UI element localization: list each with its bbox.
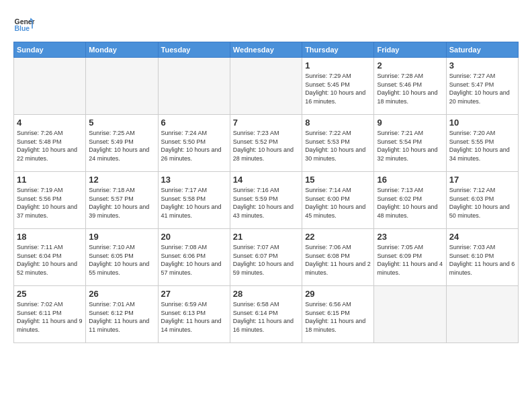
day-info: Sunrise: 7:20 AM Sunset: 5:55 PM Dayligh… — [449, 129, 515, 163]
day-number: 15 — [305, 175, 371, 185]
day-info: Sunrise: 7:06 AM Sunset: 6:08 PM Dayligh… — [305, 243, 371, 277]
calendar-header-row: SundayMondayTuesdayWednesdayThursdayFrid… — [14, 42, 519, 58]
day-info: Sunrise: 7:23 AM Sunset: 5:52 PM Dayligh… — [233, 129, 299, 163]
calendar-cell — [158, 58, 230, 115]
day-number: 6 — [161, 118, 227, 128]
day-info: Sunrise: 7:08 AM Sunset: 6:06 PM Dayligh… — [161, 243, 227, 277]
calendar-cell — [446, 286, 518, 343]
day-info: Sunrise: 7:11 AM Sunset: 6:04 PM Dayligh… — [17, 243, 83, 277]
day-number: 11 — [17, 175, 83, 185]
day-number: 23 — [377, 232, 443, 242]
calendar-cell: 7Sunrise: 7:23 AM Sunset: 5:52 PM Daylig… — [230, 115, 302, 172]
day-info: Sunrise: 7:17 AM Sunset: 5:58 PM Dayligh… — [161, 186, 227, 220]
day-number: 9 — [377, 118, 443, 128]
calendar-table: SundayMondayTuesdayWednesdayThursdayFrid… — [13, 42, 519, 343]
calendar-cell: 21Sunrise: 7:07 AM Sunset: 6:07 PM Dayli… — [230, 229, 302, 286]
day-of-week-header: Monday — [86, 42, 158, 58]
day-number: 14 — [233, 175, 299, 185]
calendar-cell: 25Sunrise: 7:02 AM Sunset: 6:11 PM Dayli… — [14, 286, 86, 343]
day-number: 21 — [233, 232, 299, 242]
calendar-cell: 18Sunrise: 7:11 AM Sunset: 6:04 PM Dayli… — [14, 229, 86, 286]
calendar-week-row: 4Sunrise: 7:26 AM Sunset: 5:48 PM Daylig… — [14, 115, 519, 172]
calendar-cell: 19Sunrise: 7:10 AM Sunset: 6:05 PM Dayli… — [86, 229, 158, 286]
calendar-week-row: 25Sunrise: 7:02 AM Sunset: 6:11 PM Dayli… — [14, 286, 519, 343]
day-info: Sunrise: 7:29 AM Sunset: 5:45 PM Dayligh… — [305, 72, 371, 105]
day-info: Sunrise: 7:22 AM Sunset: 5:53 PM Dayligh… — [305, 129, 371, 163]
calendar-cell: 15Sunrise: 7:14 AM Sunset: 6:00 PM Dayli… — [302, 172, 374, 229]
day-info: Sunrise: 6:58 AM Sunset: 6:14 PM Dayligh… — [233, 300, 299, 334]
day-info: Sunrise: 7:27 AM Sunset: 5:47 PM Dayligh… — [449, 72, 515, 105]
day-info: Sunrise: 7:12 AM Sunset: 6:03 PM Dayligh… — [449, 186, 515, 220]
day-info: Sunrise: 7:10 AM Sunset: 6:05 PM Dayligh… — [89, 243, 154, 277]
calendar-cell: 17Sunrise: 7:12 AM Sunset: 6:03 PM Dayli… — [446, 172, 518, 229]
day-number: 12 — [89, 175, 154, 185]
day-number: 25 — [17, 289, 83, 299]
day-number: 10 — [449, 118, 515, 128]
calendar-cell: 28Sunrise: 6:58 AM Sunset: 6:14 PM Dayli… — [230, 286, 302, 343]
calendar-cell: 26Sunrise: 7:01 AM Sunset: 6:12 PM Dayli… — [86, 286, 158, 343]
day-number: 4 — [17, 118, 83, 128]
day-info: Sunrise: 7:05 AM Sunset: 6:09 PM Dayligh… — [377, 243, 443, 277]
calendar-cell: 23Sunrise: 7:05 AM Sunset: 6:09 PM Dayli… — [374, 229, 446, 286]
day-number: 22 — [305, 232, 371, 242]
day-info: Sunrise: 7:18 AM Sunset: 5:57 PM Dayligh… — [89, 186, 154, 220]
day-number: 17 — [449, 175, 515, 185]
day-number: 27 — [161, 289, 227, 299]
day-of-week-header: Sunday — [14, 42, 86, 58]
calendar-cell: 16Sunrise: 7:13 AM Sunset: 6:02 PM Dayli… — [374, 172, 446, 229]
day-number: 19 — [89, 232, 154, 242]
calendar-week-row: 18Sunrise: 7:11 AM Sunset: 6:04 PM Dayli… — [14, 229, 519, 286]
calendar-cell — [86, 58, 158, 115]
calendar-cell — [14, 58, 86, 115]
day-number: 5 — [89, 118, 154, 128]
calendar-cell: 12Sunrise: 7:18 AM Sunset: 5:57 PM Dayli… — [86, 172, 158, 229]
day-of-week-header: Saturday — [446, 42, 518, 58]
day-info: Sunrise: 6:56 AM Sunset: 6:15 PM Dayligh… — [305, 300, 371, 334]
calendar-cell: 14Sunrise: 7:16 AM Sunset: 5:59 PM Dayli… — [230, 172, 302, 229]
logo: General Blue — [13, 13, 35, 35]
calendar-cell: 1Sunrise: 7:29 AM Sunset: 5:45 PM Daylig… — [302, 58, 374, 115]
calendar-cell: 8Sunrise: 7:22 AM Sunset: 5:53 PM Daylig… — [302, 115, 374, 172]
day-number: 13 — [161, 175, 227, 185]
calendar-cell — [374, 286, 446, 343]
day-number: 2 — [377, 60, 443, 71]
calendar-cell: 29Sunrise: 6:56 AM Sunset: 6:15 PM Dayli… — [302, 286, 374, 343]
day-of-week-header: Tuesday — [158, 42, 230, 58]
calendar-cell: 20Sunrise: 7:08 AM Sunset: 6:06 PM Dayli… — [158, 229, 230, 286]
calendar-cell: 4Sunrise: 7:26 AM Sunset: 5:48 PM Daylig… — [14, 115, 86, 172]
calendar-cell: 3Sunrise: 7:27 AM Sunset: 5:47 PM Daylig… — [446, 58, 518, 115]
day-info: Sunrise: 7:01 AM Sunset: 6:12 PM Dayligh… — [89, 300, 154, 334]
day-info: Sunrise: 7:19 AM Sunset: 5:56 PM Dayligh… — [17, 186, 83, 220]
day-number: 8 — [305, 118, 371, 128]
day-of-week-header: Thursday — [302, 42, 374, 58]
day-number: 29 — [305, 289, 371, 299]
svg-text:Blue: Blue — [15, 25, 30, 32]
day-number: 26 — [89, 289, 154, 299]
day-info: Sunrise: 6:59 AM Sunset: 6:13 PM Dayligh… — [161, 300, 227, 334]
day-info: Sunrise: 7:24 AM Sunset: 5:50 PM Dayligh… — [161, 129, 227, 163]
day-info: Sunrise: 7:26 AM Sunset: 5:48 PM Dayligh… — [17, 129, 83, 163]
day-of-week-header: Wednesday — [230, 42, 302, 58]
calendar-cell: 24Sunrise: 7:03 AM Sunset: 6:10 PM Dayli… — [446, 229, 518, 286]
day-number: 28 — [233, 289, 299, 299]
calendar-cell: 9Sunrise: 7:21 AM Sunset: 5:54 PM Daylig… — [374, 115, 446, 172]
calendar-cell: 11Sunrise: 7:19 AM Sunset: 5:56 PM Dayli… — [14, 172, 86, 229]
calendar-cell: 6Sunrise: 7:24 AM Sunset: 5:50 PM Daylig… — [158, 115, 230, 172]
day-number: 16 — [377, 175, 443, 185]
day-info: Sunrise: 7:21 AM Sunset: 5:54 PM Dayligh… — [377, 129, 443, 163]
logo-icon: General Blue — [13, 13, 35, 35]
day-info: Sunrise: 7:16 AM Sunset: 5:59 PM Dayligh… — [233, 186, 299, 220]
calendar-cell: 10Sunrise: 7:20 AM Sunset: 5:55 PM Dayli… — [446, 115, 518, 172]
day-number: 7 — [233, 118, 299, 128]
day-info: Sunrise: 7:28 AM Sunset: 5:46 PM Dayligh… — [377, 72, 443, 105]
page-header: General Blue — [13, 13, 519, 35]
day-number: 24 — [449, 232, 515, 242]
day-info: Sunrise: 7:13 AM Sunset: 6:02 PM Dayligh… — [377, 186, 443, 220]
day-number: 1 — [305, 60, 371, 71]
calendar-cell: 2Sunrise: 7:28 AM Sunset: 5:46 PM Daylig… — [374, 58, 446, 115]
day-info: Sunrise: 7:14 AM Sunset: 6:00 PM Dayligh… — [305, 186, 371, 220]
day-info: Sunrise: 7:03 AM Sunset: 6:10 PM Dayligh… — [449, 243, 515, 277]
day-number: 20 — [161, 232, 227, 242]
day-of-week-header: Friday — [374, 42, 446, 58]
day-info: Sunrise: 7:25 AM Sunset: 5:49 PM Dayligh… — [89, 129, 154, 163]
